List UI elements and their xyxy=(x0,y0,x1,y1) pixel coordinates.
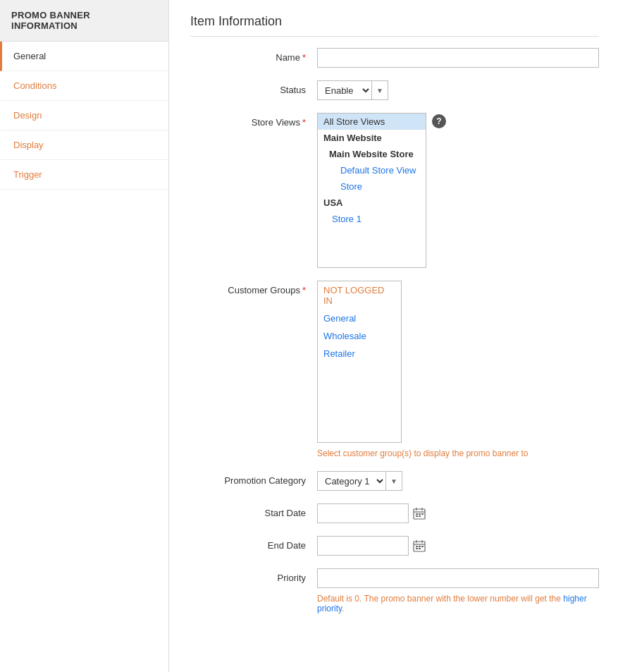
svg-rect-5 xyxy=(419,513,421,515)
end-date-input[interactable] xyxy=(317,536,409,556)
promotion-category-select-wrap: Category 1 Category 2 ▼ xyxy=(317,471,402,491)
promotion-category-label: Promotion Category xyxy=(190,471,317,486)
customer-group-wholesale[interactable]: Wholesale xyxy=(318,327,401,345)
name-label: Name* xyxy=(190,48,317,63)
customer-groups-field-wrap: NOT LOGGED IN General Wholesale Retailer… xyxy=(317,281,599,458)
store-views-row: Store Views* All Store Views Main Websit… xyxy=(190,113,599,268)
svg-rect-6 xyxy=(421,513,424,515)
priority-hint: Default is 0. The promo banner with the … xyxy=(317,594,599,613)
customer-groups-row: Customer Groups* NOT LOGGED IN General W… xyxy=(190,281,599,458)
sidebar-item-trigger[interactable]: Trigger xyxy=(0,160,168,190)
sidebar-header: PROMO BANNER INFORMATION xyxy=(0,0,168,42)
store-views-listbox[interactable]: All Store Views Main Website Main Websit… xyxy=(317,113,426,268)
svg-rect-7 xyxy=(416,515,418,517)
status-select-wrap: Enable Disable ▼ xyxy=(317,80,388,100)
store-view-store[interactable]: Store xyxy=(318,178,426,195)
svg-rect-4 xyxy=(416,513,418,515)
svg-rect-13 xyxy=(416,546,418,547)
start-date-row: Start Date xyxy=(190,503,599,523)
customer-groups-label: Customer Groups* xyxy=(190,281,317,295)
start-date-wrap xyxy=(317,503,427,523)
store-views-help-icon[interactable]: ? xyxy=(432,114,446,128)
promotion-category-row: Promotion Category Category 1 Category 2… xyxy=(190,471,599,491)
end-date-row: End Date xyxy=(190,536,599,556)
store-view-usa[interactable]: USA xyxy=(318,195,426,211)
store-view-main-website-store[interactable]: Main Website Store xyxy=(318,146,426,162)
end-date-calendar-icon[interactable] xyxy=(412,538,427,554)
customer-group-not-logged-in[interactable]: NOT LOGGED IN xyxy=(318,281,401,310)
svg-rect-14 xyxy=(419,546,421,547)
name-row: Name* xyxy=(190,48,599,68)
svg-rect-16 xyxy=(416,548,418,549)
priority-field-wrap: Default is 0. The promo banner with the … xyxy=(317,568,599,613)
store-view-main-website[interactable]: Main Website xyxy=(318,130,426,146)
status-dropdown-arrow[interactable]: ▼ xyxy=(371,81,388,99)
promotion-category-arrow[interactable]: ▼ xyxy=(385,472,402,490)
customer-groups-hint: Select customer group(s) to display the … xyxy=(317,448,528,458)
customer-group-retailer[interactable]: Retailer xyxy=(318,345,401,362)
svg-rect-8 xyxy=(419,515,421,517)
priority-row: Priority Default is 0. The promo banner … xyxy=(190,568,599,613)
end-date-wrap xyxy=(317,536,427,556)
sidebar-item-display[interactable]: Display xyxy=(0,130,168,160)
svg-rect-15 xyxy=(421,546,424,547)
sidebar-item-general[interactable]: General xyxy=(0,42,168,71)
status-field-wrap: Enable Disable ▼ xyxy=(317,80,599,100)
sidebar-item-design[interactable]: Design xyxy=(0,101,168,130)
sidebar: PROMO BANNER INFORMATION General Conditi… xyxy=(0,0,169,672)
store-view-all[interactable]: All Store Views xyxy=(318,114,426,130)
sidebar-item-conditions[interactable]: Conditions xyxy=(0,71,168,101)
customer-group-general[interactable]: General xyxy=(318,310,401,327)
status-label: Status xyxy=(190,80,317,95)
svg-rect-17 xyxy=(419,548,421,549)
status-select[interactable]: Enable Disable xyxy=(318,81,371,99)
end-date-field-wrap xyxy=(317,536,599,556)
status-row: Status Enable Disable ▼ xyxy=(190,80,599,100)
customer-groups-listbox[interactable]: NOT LOGGED IN General Wholesale Retailer xyxy=(317,281,402,443)
start-date-field-wrap xyxy=(317,503,599,523)
name-input[interactable] xyxy=(317,48,599,68)
start-date-label: Start Date xyxy=(190,503,317,518)
start-date-input[interactable] xyxy=(317,503,409,523)
priority-input[interactable] xyxy=(317,568,599,588)
priority-label: Priority xyxy=(190,568,317,583)
promotion-category-field-wrap: Category 1 Category 2 ▼ xyxy=(317,471,599,491)
main-content: Item Information Name* Status Enable Dis… xyxy=(169,0,618,672)
end-date-label: End Date xyxy=(190,536,317,551)
start-date-calendar-icon[interactable] xyxy=(412,506,427,521)
promotion-category-select[interactable]: Category 1 Category 2 xyxy=(318,472,385,490)
store-view-store1[interactable]: Store 1 xyxy=(318,211,426,227)
store-views-label: Store Views* xyxy=(190,113,317,128)
name-field-wrap xyxy=(317,48,599,68)
page-title: Item Information xyxy=(190,14,599,37)
store-view-default[interactable]: Default Store View xyxy=(318,162,426,178)
store-views-field-wrap: All Store Views Main Website Main Websit… xyxy=(317,113,599,268)
